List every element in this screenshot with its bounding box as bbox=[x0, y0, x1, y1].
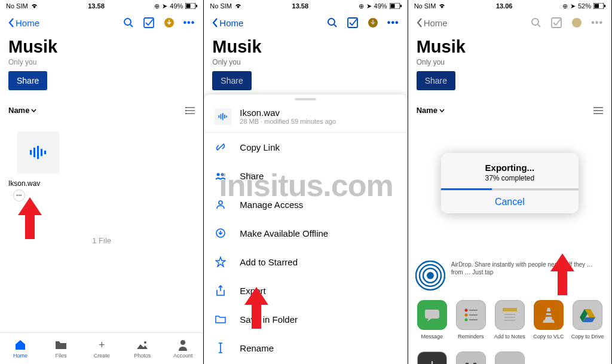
file-name: Ikson.wav bbox=[8, 179, 68, 188]
action-open-in[interactable]: Open In… bbox=[414, 351, 450, 364]
svg-line-24 bbox=[334, 25, 336, 27]
carrier-label: No SIM bbox=[414, 2, 436, 10]
share-button[interactable]: Share bbox=[8, 71, 47, 90]
folder-icon bbox=[54, 338, 68, 351]
svg-point-18 bbox=[144, 341, 146, 344]
sheet-label: Share bbox=[240, 171, 264, 181]
sheet-label: Rename bbox=[240, 343, 274, 353]
svg-point-51 bbox=[464, 309, 467, 312]
app-reminders[interactable]: Reminders bbox=[453, 300, 489, 339]
sheet-export[interactable]: Export bbox=[204, 276, 407, 305]
sheet-manage-access[interactable]: Manage Access bbox=[204, 190, 407, 219]
sheet-handle[interactable] bbox=[295, 98, 316, 100]
sheet-share[interactable]: Share bbox=[204, 161, 407, 190]
screen-3: No SIM 13.06 ⊕➤52% Home ••• Musik Only y… bbox=[408, 0, 612, 364]
app-label: Message bbox=[421, 334, 443, 339]
svg-rect-1 bbox=[186, 4, 191, 8]
tab-home[interactable]: Home bbox=[0, 333, 41, 364]
app-row: Message Reminders Add to Notes Copy to V… bbox=[408, 294, 611, 345]
checkbox-icon bbox=[550, 17, 562, 29]
svg-rect-31 bbox=[227, 115, 228, 117]
svg-rect-62 bbox=[546, 315, 552, 317]
checkbox-icon[interactable] bbox=[347, 17, 359, 29]
view-list-icon bbox=[593, 106, 603, 115]
file-item[interactable]: Ikson.wav ••• bbox=[8, 131, 68, 201]
action-more[interactable]: •••More bbox=[492, 351, 528, 364]
sheet-offline[interactable]: Make Available Offline bbox=[204, 219, 407, 247]
location-icon: ➤ bbox=[366, 2, 372, 10]
sheet-items: Copy Link Share Manage Access Make Avail… bbox=[204, 133, 407, 364]
location-icon: ➤ bbox=[570, 2, 576, 10]
battery-icon bbox=[390, 3, 402, 9]
screen-2: No SIM 13.58 ⊕➤49% Home ••• Musik Only y… bbox=[204, 0, 408, 364]
app-vlc[interactable]: Copy to VLC bbox=[531, 300, 567, 339]
sheet-file-title: Ikson.wav bbox=[240, 108, 336, 118]
back-button[interactable]: Home bbox=[212, 18, 243, 28]
svg-rect-27 bbox=[219, 115, 220, 117]
tab-label: Files bbox=[56, 353, 67, 359]
clock: 13.58 bbox=[292, 2, 309, 10]
sheet-file-meta: 28 MB · modified 59 minutes ago bbox=[240, 118, 336, 125]
message-icon bbox=[417, 300, 447, 330]
access-icon bbox=[215, 198, 227, 210]
app-drive[interactable]: Copy to Drive bbox=[570, 300, 605, 339]
view-list-icon[interactable] bbox=[185, 106, 195, 115]
sheet-label: Manage Access bbox=[240, 200, 303, 210]
svg-rect-21 bbox=[390, 4, 394, 8]
action-sheet: Ikson.wav 28 MB · modified 59 minutes ag… bbox=[204, 94, 407, 364]
app-notes[interactable]: Add to Notes bbox=[492, 300, 528, 339]
action-copy-link[interactable]: Copy Link bbox=[453, 351, 489, 364]
tab-create[interactable]: +Create bbox=[81, 333, 122, 364]
notification-icon[interactable] bbox=[163, 17, 175, 29]
audio-thumb-icon bbox=[215, 108, 231, 125]
home-icon bbox=[14, 338, 27, 351]
page-header: Musik Only you Share bbox=[204, 35, 407, 96]
checkbox-icon[interactable] bbox=[143, 17, 155, 29]
app-label: Copy to VLC bbox=[533, 334, 564, 339]
back-button[interactable]: Home bbox=[8, 18, 39, 28]
app-message[interactable]: Message bbox=[414, 300, 450, 339]
svg-point-34 bbox=[219, 201, 222, 204]
svg-rect-17 bbox=[44, 151, 46, 154]
file-options-button[interactable]: ••• bbox=[13, 189, 25, 201]
nav-bar: Home ••• bbox=[204, 11, 407, 35]
tab-files[interactable]: Files bbox=[41, 333, 81, 364]
nav-bar: Home ••• bbox=[408, 11, 611, 35]
sheet-rename[interactable]: Rename bbox=[204, 334, 407, 362]
svg-rect-16 bbox=[41, 149, 42, 156]
plus-icon: + bbox=[95, 338, 108, 351]
page-subtitle: Only you bbox=[8, 58, 195, 66]
svg-point-53 bbox=[464, 319, 467, 322]
notification-icon[interactable] bbox=[367, 17, 379, 29]
tab-photos[interactable]: Photos bbox=[122, 333, 163, 364]
sort-button: Name bbox=[417, 106, 445, 115]
sheet-label: Save in Folder bbox=[240, 314, 298, 325]
svg-point-19 bbox=[180, 340, 185, 345]
tab-bar: Home Files +Create Photos Account bbox=[0, 332, 203, 364]
sheet-star[interactable]: Add to Starred bbox=[204, 247, 407, 276]
modal-cancel-button[interactable]: Cancel bbox=[441, 190, 579, 213]
sort-button[interactable]: Name bbox=[8, 106, 36, 115]
more-icon[interactable]: ••• bbox=[387, 17, 399, 28]
airdrop-row[interactable]: AirDrop. Share instantly with people nea… bbox=[408, 252, 611, 294]
battery-icon bbox=[593, 3, 605, 9]
wifi-icon bbox=[30, 3, 38, 9]
tab-account[interactable]: Account bbox=[163, 333, 203, 364]
sheet-label: Add to Starred bbox=[240, 257, 298, 267]
sheet-save-folder[interactable]: Save in Folder bbox=[204, 305, 407, 334]
chevron-left-icon bbox=[212, 18, 218, 27]
page-subtitle: Only you bbox=[417, 58, 603, 66]
svg-rect-39 bbox=[604, 5, 605, 7]
star-icon bbox=[215, 256, 227, 268]
appstore-icon bbox=[417, 351, 447, 364]
drive-icon bbox=[573, 300, 602, 330]
sheet-copy-link[interactable]: Copy Link bbox=[204, 133, 407, 161]
more-icon[interactable]: ••• bbox=[183, 17, 195, 28]
search-icon[interactable] bbox=[326, 17, 338, 29]
airdrop-text: AirDrop. Share instantly with people nea… bbox=[451, 261, 604, 276]
export-modal: Exporting... 37% completed Cancel bbox=[441, 153, 579, 213]
location-icon: ➤ bbox=[162, 2, 167, 10]
search-icon[interactable] bbox=[123, 17, 134, 29]
share-button[interactable]: Share bbox=[212, 71, 251, 90]
screen-1: No SIM 13.58 ⊕ ➤ 49% Home ••• Musik Only… bbox=[0, 0, 204, 364]
